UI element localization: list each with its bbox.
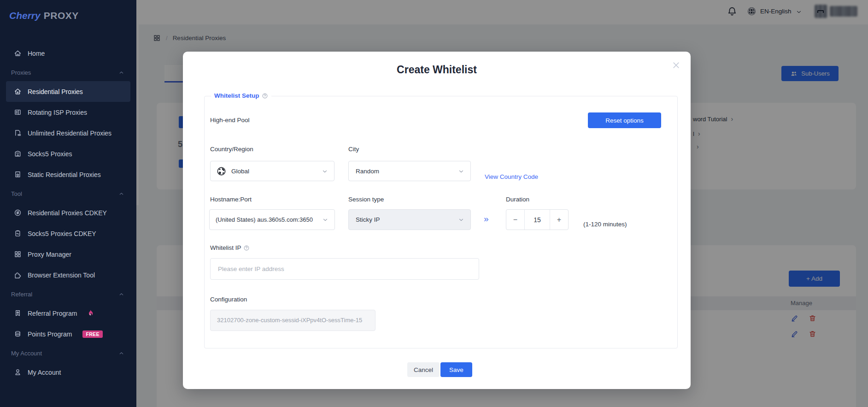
home-icon — [14, 49, 22, 57]
sidebar-item-browser-extension-tool[interactable]: Browser Extension Tool — [6, 265, 130, 285]
chevron-up-icon — [118, 191, 124, 197]
help-icon[interactable] — [262, 93, 268, 99]
duration-hint: (1-120 minutes) — [583, 221, 627, 228]
fieldset-legend: Whitelist Setup — [211, 92, 271, 99]
close-icon[interactable] — [672, 61, 680, 70]
chevron-down-icon — [322, 168, 328, 175]
fire-icon — [87, 309, 94, 318]
country-label: Country/Region — [210, 146, 253, 153]
screen: EN-English / Residential Proxies 5 word … — [0, 0, 868, 407]
chevron-down-icon — [458, 217, 464, 223]
logo-suffix: PROXY — [44, 10, 79, 21]
puzzle-icon — [14, 271, 22, 279]
sidebar-item-static-residential-proxies[interactable]: Static Residential Proxies — [6, 164, 130, 185]
sidebar-item-home[interactable]: Home — [6, 43, 130, 64]
sidebar-item-unlimited-residential-proxies[interactable]: Unlimited Residential Proxies — [6, 123, 130, 143]
double-chevron-icon: » — [484, 214, 489, 224]
coins-icon — [14, 330, 22, 338]
duration-decrease-button[interactable]: − — [506, 210, 525, 230]
residential-house-icon — [14, 88, 22, 95]
session-type-select[interactable]: Sticky IP — [348, 209, 471, 230]
pool-label: High-end Pool — [210, 117, 250, 124]
chevron-up-icon — [118, 291, 124, 297]
document-infinity-icon — [14, 129, 22, 137]
whitelist-ip-input[interactable] — [210, 258, 479, 280]
grid-icon — [14, 250, 22, 258]
modal-title: Create Whitelist — [183, 64, 691, 76]
sidebar-item-my-account[interactable]: My Account — [6, 362, 130, 383]
chevron-down-icon — [458, 168, 464, 175]
sidebar-menu: Home Proxies Residential Proxies Rotatin… — [0, 43, 136, 383]
chevron-down-icon — [322, 217, 328, 223]
circle-arrows-icon — [14, 209, 22, 217]
sidebar-item-rotating-isp-proxies[interactable]: Rotating ISP Proxies — [6, 102, 130, 123]
cancel-button[interactable]: Cancel — [407, 362, 440, 377]
duration-label: Duration — [506, 196, 529, 203]
whitelist-ip-label: Whitelist IP — [210, 244, 241, 251]
session-type-label: Session type — [348, 196, 384, 203]
sidebar-item-referral-program[interactable]: Referral Program — [6, 303, 130, 324]
city-label: City — [348, 146, 359, 153]
sidebar-item-residential-proxies[interactable]: Residential Proxies — [6, 81, 130, 102]
duration-stepper: − + — [506, 209, 569, 230]
hostname-label: Hostname:Port — [210, 196, 252, 203]
building-icon — [14, 150, 22, 158]
logo-brand: Cherry — [9, 10, 41, 21]
document-home-icon — [14, 171, 22, 178]
duration-increase-button[interactable]: + — [550, 210, 568, 230]
sidebar-section-my-account[interactable]: My Account — [0, 344, 136, 362]
configuration-value: 32102700-zone-custom-sessid-iXPpv4tO-ses… — [210, 310, 375, 331]
sidebar-section-referral[interactable]: Referral — [0, 285, 136, 303]
sidebar-item-socks5-proxies-cdkey[interactable]: Socks5 Proxies CDKEY — [6, 223, 130, 244]
sidebar-item-points-program[interactable]: Points ProgramFREE — [6, 324, 130, 344]
free-badge: FREE — [82, 330, 102, 338]
help-icon[interactable] — [243, 245, 250, 251]
user-icon — [14, 368, 22, 376]
chevron-up-icon — [118, 70, 124, 76]
duration-input[interactable] — [525, 210, 550, 230]
sidebar-item-residential-proxies-cdkey[interactable]: Residential Proxies CDKEY — [6, 202, 130, 223]
clipboard-icon — [14, 230, 22, 237]
save-button[interactable]: Save — [440, 362, 472, 377]
reset-options-button[interactable]: Reset options — [588, 112, 661, 128]
sidebar-section-proxies[interactable]: Proxies — [0, 64, 136, 81]
sidebar-item-proxy-manager[interactable]: Proxy Manager — [6, 244, 130, 265]
logo[interactable]: CherryPROXY — [9, 10, 79, 21]
earth-icon — [217, 166, 226, 176]
hostname-select[interactable]: (United States) aus.360s5.com:3650 — [209, 209, 335, 230]
newspaper-icon — [14, 108, 22, 116]
country-select[interactable]: Global — [210, 161, 334, 181]
sidebar: CherryPROXY Home Proxies Residential Pro… — [0, 0, 136, 407]
city-select[interactable]: Random — [348, 161, 471, 181]
sidebar-section-tool[interactable]: Tool — [0, 185, 136, 202]
view-country-code-link[interactable]: View Country Code — [485, 173, 538, 180]
bookmark-star-icon — [14, 309, 22, 317]
chevron-up-icon — [118, 350, 124, 356]
configuration-label: Configuration — [210, 296, 247, 303]
sidebar-item-socks5-proxies[interactable]: Socks5 Proxies — [6, 143, 130, 164]
create-whitelist-modal: Create Whitelist Whitelist Setup High-en… — [183, 52, 691, 389]
